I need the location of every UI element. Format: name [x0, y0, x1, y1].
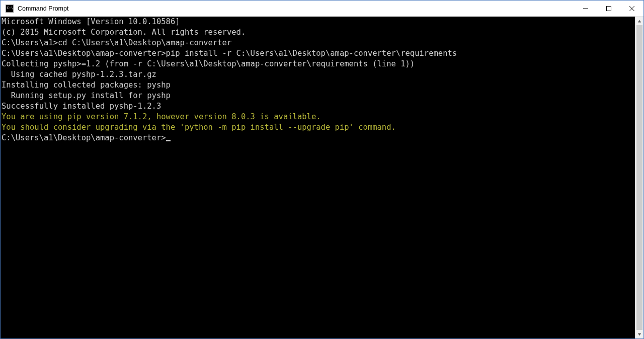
cursor-icon	[166, 140, 171, 141]
minimize-button[interactable]	[574, 1, 597, 17]
terminal-line: Microsoft Windows [Version 10.0.10586]	[2, 17, 634, 27]
terminal-prompt: C:\Users\a1\Desktop\amap-converter>	[2, 133, 166, 142]
maximize-button[interactable]	[597, 1, 620, 17]
scroll-down-icon[interactable]	[635, 330, 643, 338]
scrollbar-thumb[interactable]	[636, 25, 642, 330]
terminal-line: Successfully installed pyshp-1.2.3	[2, 101, 634, 112]
scrollbar-track[interactable]	[635, 25, 643, 330]
window-title: Command Prompt	[18, 5, 68, 12]
command-prompt-window: C:\ Command Prompt Microsoft Windows [Ve…	[0, 0, 644, 339]
terminal-line: C:\Users\a1>cd C:\Users\a1\Desktop\amap-…	[2, 38, 634, 48]
vertical-scrollbar[interactable]	[635, 17, 643, 338]
svg-text:C:\: C:\	[7, 6, 14, 10]
cmd-icon: C:\	[6, 5, 14, 13]
terminal-line: Installing collected packages: pyshp	[2, 80, 634, 91]
scroll-up-icon[interactable]	[635, 17, 643, 25]
terminal-line: Using cached pyshp-1.2.3.tar.gz	[2, 69, 634, 80]
close-button[interactable]	[620, 1, 643, 17]
svg-rect-3	[607, 6, 611, 11]
terminal-output[interactable]: Microsoft Windows [Version 10.0.10586](c…	[1, 17, 635, 338]
titlebar[interactable]: C:\ Command Prompt	[1, 1, 643, 17]
terminal-line: You are using pip version 7.1.2, however…	[2, 112, 634, 122]
terminal-line: You should consider upgrading via the 'p…	[2, 122, 634, 133]
terminal-line: Running setup.py install for pyshp	[2, 91, 634, 101]
terminal-line: C:\Users\a1\Desktop\amap-converter>pip i…	[2, 48, 634, 59]
terminal-line: (c) 2015 Microsoft Corporation. All righ…	[2, 27, 634, 38]
client-area: Microsoft Windows [Version 10.0.10586](c…	[1, 17, 643, 338]
terminal-prompt-line[interactable]: C:\Users\a1\Desktop\amap-converter>	[2, 133, 634, 143]
terminal-line: Collecting pyshp>=1.2 (from -r C:\Users\…	[2, 59, 634, 69]
